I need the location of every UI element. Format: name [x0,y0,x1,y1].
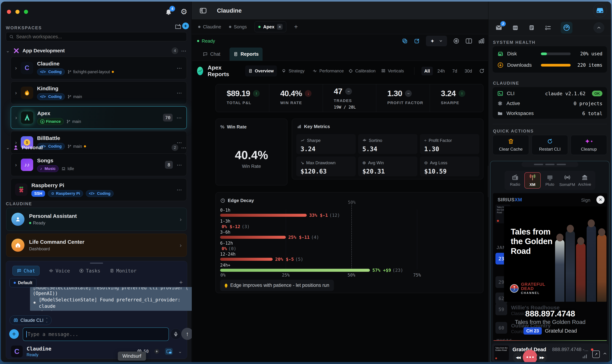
tab-chat[interactable]: Chat [13,266,39,276]
group-app-development[interactable]: ⌄ App Development 4 ⋯ [6,46,187,55]
attach-button[interactable]: + [9,329,19,339]
player-bar: Tales from the Golden Road Grateful Dead… [492,343,609,362]
notifications-bell-icon[interactable]: 4 [165,8,172,15]
bar-chart-icon[interactable] [478,38,485,44]
add-session-button[interactable]: + [179,279,183,286]
restart-cli-button[interactable]: Restart CLI [532,135,568,155]
forward-button[interactable]: ▶▶ [537,352,547,362]
picture-in-picture-button[interactable] [165,348,173,355]
refresh-icon[interactable] [479,68,484,74]
log-line-clipped: [ModelSelectionState] resolving preferre… [33,287,197,290]
mail-icon[interactable]: 2 [495,24,503,31]
volume-icon[interactable] [583,354,587,358]
cleanup-button[interactable]: ✦✦ Cleanup [571,135,607,155]
close-player-button[interactable]: ✕ [596,196,605,204]
report-tab-calibration[interactable]: Calibration [345,65,376,77]
minimize-window-button[interactable] [15,10,20,14]
workspace-search[interactable] [6,32,187,41]
range-24h[interactable]: 24h [435,67,448,75]
tab-songs[interactable]: Songs [229,24,247,30]
view-tab-reports[interactable]: Reports [230,48,262,61]
chevron-right-icon[interactable]: › [15,90,17,96]
zoom-window-button[interactable] [24,10,28,14]
workspace-menu-button[interactable]: ⋯ [177,115,182,121]
chevron-right-icon[interactable]: › [15,115,17,121]
range-30d[interactable]: 30d [462,67,475,75]
inbox-tray-button[interactable] [593,3,607,17]
download-icon [497,62,504,68]
model-selector[interactable]: Claude CLI ⌃⌃ [10,315,52,325]
tab-claudine[interactable]: Claudine [198,24,221,30]
tab-xm[interactable]: XM [524,172,541,189]
tab-tasks[interactable]: Tasks [79,268,100,273]
report-tab-performance[interactable]: Performance [309,65,343,77]
new-folder-icon[interactable] [175,23,182,30]
clear-cache-button[interactable]: Clear Cache [493,135,529,155]
tab-radio[interactable]: Radio [507,172,523,189]
sign-in-link[interactable]: Sign [581,197,590,203]
chevron-down-icon[interactable]: ⌄ [178,349,182,354]
calendar-icon[interactable] [512,24,519,31]
workspace-menu-button[interactable]: ⋯ [177,187,182,193]
session-tab-default[interactable]: Default [10,278,36,287]
checklist-icon[interactable] [544,24,551,31]
copy-icon[interactable] [402,38,408,44]
chevron-down-icon[interactable]: ⌄ [6,145,10,150]
range-7d[interactable]: 7d [449,67,460,75]
group-personal[interactable]: ⌄ Personal 2 ⋯ [6,143,187,152]
split-view-icon[interactable] [466,38,472,44]
chat-log[interactable]: [ModelSelectionState] resolving preferre… [30,287,200,311]
new-tab-button[interactable]: + [294,23,298,30]
workspace-apex[interactable]: › Apex $Finance main 70 ⋯ [11,106,187,129]
chevron-up-icon[interactable] [603,351,607,356]
message-input-box[interactable] [23,327,169,341]
personal-assistant-card[interactable]: Personal Assistant Ready › [6,208,187,231]
add-workspace-button[interactable]: + [182,23,189,29]
range-all[interactable]: All [421,67,433,75]
close-window-button[interactable] [7,10,11,14]
report-tab-overview[interactable]: Overview [245,65,277,77]
workspace-menu-button[interactable]: ⋯ [177,90,182,96]
toggle-sidebar-icon[interactable] [200,8,207,14]
workspace-menu-button[interactable]: ⋯ [177,162,182,168]
chevron-right-icon[interactable]: › [180,216,182,223]
chevron-right-icon[interactable]: › [180,242,182,248]
workspace-menu-button[interactable]: ⋯ [177,65,182,71]
asterisk-circle-icon[interactable] [453,38,459,44]
chevron-right-icon[interactable]: › [15,65,17,71]
panel-drag-handle[interactable] [90,262,103,264]
chevron-down-icon[interactable]: ⌄ [6,48,10,53]
ai-actions-button[interactable]: ✦ [426,36,447,46]
group-menu-button[interactable]: ⋯ [181,48,187,54]
workspace-songs[interactable]: › ♪♪ Songs ♪ Music Idle 8 ⋯ [11,154,187,176]
notes-icon[interactable] [528,24,535,31]
tab-archive[interactable]: Archive [576,172,593,189]
search-input[interactable] [16,34,183,39]
lightning-icon[interactable] [154,349,160,354]
group-menu-button[interactable]: ⋯ [181,144,187,151]
tab-apex-active[interactable]: Apex✕ [255,21,286,32]
rewind-button[interactable]: ◀◀ [513,352,523,362]
widget-drag-handle[interactable] [521,162,578,167]
chevron-right-icon[interactable]: › [15,162,17,168]
dashboard-gauge-icon[interactable] [561,22,573,34]
workspace-claudine[interactable]: › C Claudine </> Coding fix/right-panel-… [11,57,187,79]
mic-button[interactable] [170,328,181,339]
report-tab-strategy[interactable]: Strategy [279,65,308,77]
tab-pluto[interactable]: Pluto [542,172,558,189]
close-tab-icon[interactable]: ✕ [277,24,283,30]
tab-voice[interactable]: Voice [49,268,70,273]
send-button[interactable]: ↑ [181,328,193,340]
workspace-kindling[interactable]: › Kindling </> Coding main ⋯ [11,81,187,104]
life-command-center-card[interactable]: Life Command Center Dashboard › [6,234,187,257]
tab-monitor[interactable]: Monitor [110,268,137,273]
workspace-raspberry-pi[interactable]: Raspberry Pi SSH Raspberry Pi </> Coding… [11,178,187,201]
compose-icon[interactable] [414,38,420,44]
collapse-panel-button[interactable] [593,22,604,33]
settings-gear-icon[interactable]: ⚙ [180,8,187,15]
message-input[interactable] [27,331,165,337]
external-link-button[interactable]: ↗ [592,351,600,358]
tab-somafm[interactable]: SomaFM [559,172,575,189]
view-tab-chat[interactable]: Chat [199,48,224,61]
report-tab-verticals[interactable]: Verticals [378,65,407,77]
